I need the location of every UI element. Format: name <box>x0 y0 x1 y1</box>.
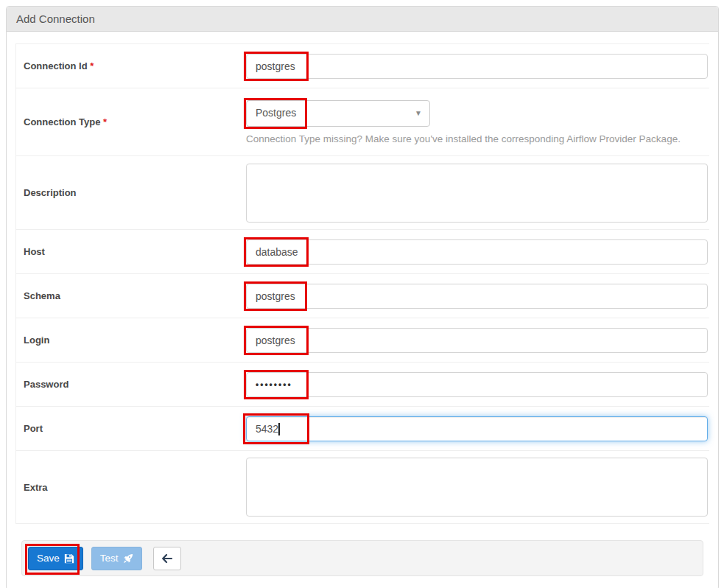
login-label: Login <box>16 335 246 346</box>
login-input[interactable] <box>246 328 708 353</box>
provider-package-hint: Connection Type missing? Make sure you'v… <box>246 133 708 144</box>
required-asterisk: * <box>103 116 107 127</box>
password-label: Password <box>16 379 246 390</box>
floppy-disk-icon <box>64 553 74 564</box>
arrow-left-icon <box>161 553 173 564</box>
connection-form: Connection Id * Connection Type * Postgr… <box>7 32 718 588</box>
password-input[interactable] <box>246 372 708 397</box>
port-label: Port <box>16 423 246 434</box>
back-button[interactable] <box>153 547 181 570</box>
field-row-description: Description <box>16 155 709 229</box>
rocket-icon <box>123 553 133 564</box>
schema-input[interactable] <box>246 284 708 309</box>
field-row-extra: Extra <box>16 450 709 524</box>
text-cursor <box>278 423 280 435</box>
required-asterisk: * <box>90 60 94 71</box>
caret-down-icon: ▼ <box>415 109 422 117</box>
schema-label: Schema <box>16 290 246 301</box>
add-connection-panel: Add Connection Connection Id * Connectio… <box>6 6 719 588</box>
connection-id-label: Connection Id * <box>16 60 246 71</box>
field-row-password: Password <box>16 362 709 406</box>
field-row-port: Port <box>16 406 709 450</box>
page-title: Add Connection <box>7 7 718 32</box>
field-row-connection-id: Connection Id * <box>16 43 709 88</box>
field-row-host: Host <box>16 229 709 273</box>
field-row-login: Login <box>16 318 709 362</box>
host-label: Host <box>16 246 246 257</box>
field-row-schema: Schema <box>16 273 709 318</box>
form-actions-bar: Save Test <box>21 540 703 576</box>
save-button[interactable]: Save <box>28 547 83 570</box>
port-input[interactable] <box>246 416 708 441</box>
connection-type-select[interactable]: Postgres ▼ <box>246 100 430 127</box>
connection-type-label: Connection Type * <box>16 116 246 127</box>
extra-textarea[interactable] <box>246 458 708 517</box>
description-label: Description <box>16 187 246 198</box>
description-textarea[interactable] <box>246 164 708 223</box>
test-button[interactable]: Test <box>91 547 142 570</box>
host-input[interactable] <box>246 239 708 265</box>
connection-id-input[interactable] <box>246 54 708 79</box>
extra-label: Extra <box>16 482 246 493</box>
field-row-connection-type: Connection Type * Postgres ▼ Connection … <box>16 88 709 155</box>
